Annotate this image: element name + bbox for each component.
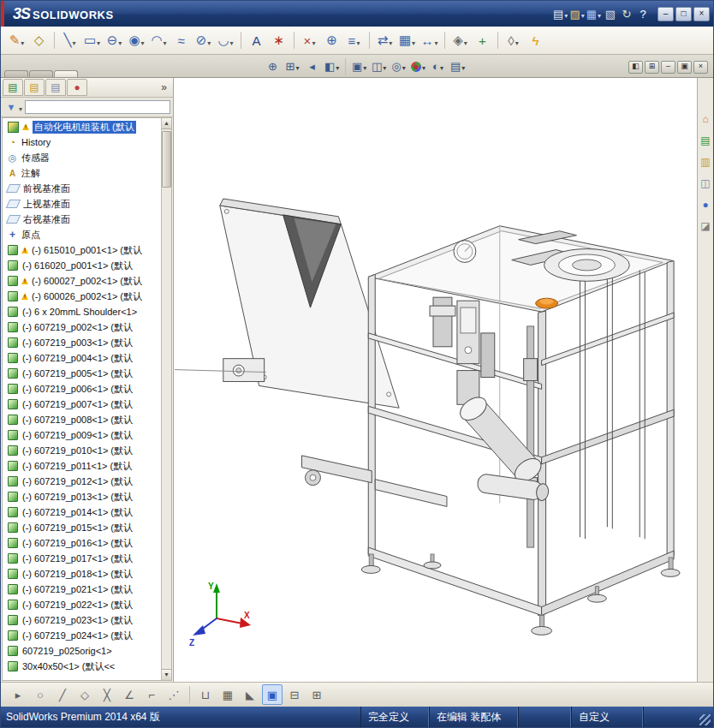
slot-icon[interactable]: ⊖ xyxy=(104,29,125,51)
grid-display-icon[interactable]: ▦ xyxy=(217,684,238,705)
tree-item[interactable]: 前视基准面 xyxy=(3,181,162,196)
display-relations-icon[interactable]: ◈ xyxy=(449,29,471,51)
section-view2-icon[interactable]: ⊟ xyxy=(284,684,305,705)
dropdown-arrow-icon[interactable] xyxy=(21,33,24,48)
zoom-area-icon[interactable]: ⊞ xyxy=(283,57,302,76)
dropdown-arrow-icon[interactable] xyxy=(389,33,392,48)
minimize-icon[interactable]: – xyxy=(657,7,674,21)
dropdown-arrow-icon[interactable] xyxy=(402,60,406,73)
line-icon[interactable]: ╲ xyxy=(59,29,80,51)
rebuild-icon[interactable]: ↻ xyxy=(619,5,634,22)
maximize-icon[interactable]: □ xyxy=(675,7,692,21)
tree-root-item[interactable]: 自动化电机组装机 (默认 xyxy=(3,119,162,134)
custom-properties-icon[interactable]: ◪ xyxy=(699,219,712,233)
zoom-fit-icon[interactable]: ⊕ xyxy=(263,57,283,76)
dropdown-arrow-icon[interactable] xyxy=(515,33,519,48)
tree-item[interactable]: 原点 xyxy=(3,227,162,242)
shaded-with-edges-icon[interactable]: ▣ xyxy=(262,684,283,705)
tree-item[interactable]: (-) 6 x 20mmL Shoulder<1> xyxy=(3,304,162,319)
tree-item[interactable]: 传感器 xyxy=(3,150,162,165)
sketch-point-icon[interactable]: ○ xyxy=(30,684,51,705)
sketch-x-icon[interactable]: ╳ xyxy=(97,684,117,705)
tree-item[interactable]: (-) 607219_p004<1> (默认 xyxy=(3,350,162,366)
rectangle-icon[interactable]: ▭ xyxy=(81,29,103,51)
close-icon[interactable]: × xyxy=(693,7,710,21)
view-settings-icon[interactable]: ▤ xyxy=(448,57,467,76)
ellipse-icon[interactable]: ⊘ xyxy=(193,29,214,51)
tree-item[interactable]: (-) 615010_p001<1> (默认 xyxy=(3,242,162,258)
tree-item[interactable]: (-) 607219_p018<1> (默认 xyxy=(3,566,162,582)
tree-item[interactable]: (-) 607219_p009<1> (默认 xyxy=(3,427,162,443)
file-explorer-icon[interactable]: ▥ xyxy=(699,155,712,169)
doc-restore-icon[interactable]: ▣ xyxy=(677,61,692,74)
configurationmanager-tab[interactable]: ▤ xyxy=(45,79,66,96)
open-icon[interactable]: ▨ xyxy=(569,5,585,22)
spline-icon[interactable]: ≈ xyxy=(170,29,192,51)
dropdown-arrow-icon[interactable] xyxy=(598,8,601,21)
dropdown-arrow-icon[interactable] xyxy=(464,33,467,48)
tree-item[interactable]: (-) 607219_p024<1> (默认 xyxy=(3,628,162,643)
arc-icon[interactable]: ◠ xyxy=(148,29,170,51)
graphics-area[interactable]: Y X Z xyxy=(174,78,697,682)
propertymanager-tab[interactable]: ▤ xyxy=(24,79,45,96)
dropdown-arrow-icon[interactable] xyxy=(412,33,415,48)
dropdown-arrow-icon[interactable] xyxy=(564,8,568,21)
dropdown-arrow-icon[interactable] xyxy=(356,33,360,48)
dropdown-arrow-icon[interactable] xyxy=(434,33,437,48)
edit-appearance-icon[interactable]: ● xyxy=(408,57,428,76)
help-icon[interactable]: ? xyxy=(635,5,651,22)
scrollbar-thumb[interactable] xyxy=(162,131,171,188)
tree-item[interactable]: 上视基准面 xyxy=(3,196,162,212)
repair-sketch-icon[interactable]: + xyxy=(472,29,493,51)
apply-scene-icon[interactable]: ◐ xyxy=(428,57,448,76)
angle-icon[interactable]: ◣ xyxy=(240,684,260,705)
macro-icon[interactable]: ϟ xyxy=(525,29,546,51)
dropdown-arrow-icon[interactable] xyxy=(164,33,167,48)
tree-item[interactable]: (-) 607219_p005<1> (默认 xyxy=(3,366,162,381)
trim-entities-icon[interactable]: × xyxy=(299,29,320,51)
dimxpert-tab[interactable]: ● xyxy=(67,79,87,96)
convert-entities-icon[interactable]: ⊕ xyxy=(321,29,342,51)
dropdown-arrow-icon[interactable] xyxy=(581,8,585,21)
print-icon[interactable]: ▧ xyxy=(603,5,618,22)
commandmanager-tab[interactable] xyxy=(29,70,53,77)
dropdown-arrow-icon[interactable] xyxy=(336,60,339,73)
dropdown-arrow-icon[interactable] xyxy=(230,33,234,48)
multi-view-icon[interactable]: ⊞ xyxy=(306,684,327,705)
tree-item[interactable]: (-) 607219_p017<1> (默认 xyxy=(3,551,162,566)
sketch-polygon-icon[interactable]: ◇ xyxy=(74,684,95,705)
design-library-icon[interactable]: ▤ xyxy=(699,134,712,147)
tree-item[interactable]: 30x40x50<1> (默认<< xyxy=(3,659,162,674)
dropdown-arrow-icon[interactable] xyxy=(363,60,366,73)
dropdown-arrow-icon[interactable] xyxy=(440,60,443,73)
commandmanager-tab[interactable] xyxy=(4,70,28,77)
tree-item[interactable]: (-) 607219_p012<1> (默认 xyxy=(3,474,162,489)
edit-sketch-icon[interactable]: ✎ xyxy=(6,29,27,51)
filter-dropdown-icon[interactable] xyxy=(19,99,22,115)
scroll-down-icon[interactable] xyxy=(162,669,171,680)
tree-scrollbar[interactable] xyxy=(161,118,171,680)
save-icon[interactable]: ▦ xyxy=(586,5,602,22)
dropdown-arrow-icon[interactable] xyxy=(207,33,211,48)
circle-icon[interactable]: ◉ xyxy=(126,29,147,51)
doc-minimize-icon[interactable]: – xyxy=(661,61,675,74)
text-icon[interactable]: A xyxy=(246,29,267,51)
view-palette-icon[interactable]: ◫ xyxy=(699,176,712,190)
doc-close-icon[interactable]: × xyxy=(693,61,708,74)
tree-item[interactable]: (-) 607219_p008<1> (默认 xyxy=(3,412,162,427)
tree-item[interactable]: (-) 607219_p015<1> (默认 xyxy=(3,520,162,535)
dropdown-arrow-icon[interactable] xyxy=(97,33,100,48)
hide-show-icon[interactable]: ◎ xyxy=(389,57,408,76)
move-entities-icon[interactable]: ↔ xyxy=(419,29,440,51)
new-document-icon[interactable]: ▤ xyxy=(553,5,568,22)
tree-item[interactable]: (-) 607219_p006<1> (默认 xyxy=(3,381,162,397)
dropdown-arrow-icon[interactable] xyxy=(383,60,386,73)
previous-view-icon[interactable]: ◂ xyxy=(302,57,322,76)
point-icon[interactable]: ∗ xyxy=(268,29,289,51)
dropdown-arrow-icon[interactable] xyxy=(461,60,465,73)
quick-snaps-icon[interactable]: ◊ xyxy=(503,29,524,51)
tree-item[interactable]: (-) 607219_p014<1> (默认 xyxy=(3,504,162,520)
filter-funnel-icon[interactable]: ▼ xyxy=(3,99,19,115)
tree-item[interactable]: (-) 600026_p002<1> (默认 xyxy=(3,289,162,304)
grid-snap-icon[interactable]: ⋰ xyxy=(164,684,184,705)
